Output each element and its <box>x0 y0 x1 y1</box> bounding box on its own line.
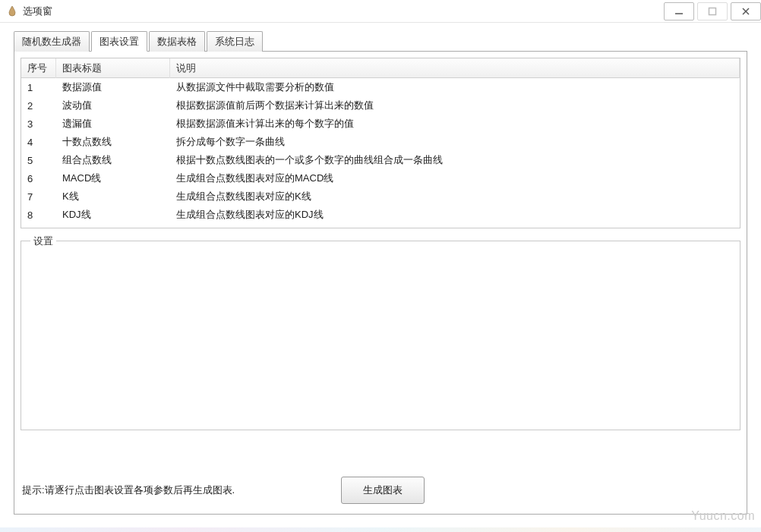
table-row[interactable]: 7 K线 生成组合点数线图表对应的K线 <box>21 187 740 206</box>
chart-list: 序号 图表标题 说明 1 数据源值 从数据源文件中截取需要分析的数值 2 波动值… <box>21 58 740 228</box>
cell-seq: 1 <box>21 80 56 95</box>
close-button[interactable] <box>731 2 761 20</box>
tab-system-log[interactable]: 系统日志 <box>207 31 263 52</box>
tab-label: 图表设置 <box>99 36 139 47</box>
titlebar-left: 选项窗 <box>6 5 52 18</box>
settings-groupbox: 设置 <box>21 241 740 430</box>
cell-seq: 2 <box>21 99 56 113</box>
cell-seq: 8 <box>21 208 56 222</box>
tab-chart-settings[interactable]: 图表设置 <box>91 31 147 52</box>
window-controls <box>661 2 761 20</box>
maximize-button <box>697 2 728 20</box>
tab-data-table[interactable]: 数据表格 <box>149 31 205 52</box>
footer-row: 提示:请逐行点击图表设置各项参数后再生成图表. 生成图表 <box>22 483 739 497</box>
cell-seq: 6 <box>21 172 56 186</box>
cell-desc: 生成组合点数线图表对应的KDJ线 <box>170 206 740 223</box>
groupbox-title: 设置 <box>30 235 56 248</box>
generate-chart-button[interactable]: 生成图表 <box>341 477 425 504</box>
header-seq[interactable]: 序号 <box>21 58 56 78</box>
cell-title: 遗漏值 <box>56 115 170 132</box>
app-icon <box>6 5 18 17</box>
header-title[interactable]: 图表标题 <box>56 58 170 78</box>
cell-desc: 根据十数点数线图表的一个或多个数字的曲线组合成一条曲线 <box>170 152 740 168</box>
tab-label: 随机数生成器 <box>22 36 81 47</box>
cell-desc: 根据数据源值来计算出来的每个数字的值 <box>170 115 740 132</box>
minimize-button[interactable] <box>664 2 694 20</box>
cell-title: 组合点数线 <box>56 152 170 168</box>
cell-seq: 5 <box>21 153 56 168</box>
tab-strip: 随机数生成器 图表设置 数据表格 系统日志 <box>14 30 747 52</box>
cell-desc: 生成组合点数线图表对应的MACD线 <box>170 170 740 187</box>
table-row[interactable]: 8 KDJ线 生成组合点数线图表对应的KDJ线 <box>21 206 740 224</box>
table-row[interactable]: 6 MACD线 生成组合点数线图表对应的MACD线 <box>21 169 740 187</box>
hint-text: 提示:请逐行点击图表设置各项参数后再生成图表. <box>22 483 235 497</box>
window-title: 选项窗 <box>23 5 52 18</box>
cell-title: KDJ线 <box>56 206 170 223</box>
tab-label: 数据表格 <box>157 36 197 47</box>
header-desc[interactable]: 说明 <box>170 58 740 78</box>
table-row[interactable]: 5 组合点数线 根据十数点数线图表的一个或多个数字的曲线组合成一条曲线 <box>21 151 740 169</box>
svg-rect-1 <box>709 8 716 14</box>
tab-random-generator[interactable]: 随机数生成器 <box>14 31 90 52</box>
cell-title: MACD线 <box>56 170 170 187</box>
cell-desc: 从数据源文件中截取需要分析的数值 <box>170 79 740 96</box>
cell-desc: 生成组合点数线图表对应的K线 <box>170 188 740 205</box>
cell-desc: 根据数据源值前后两个数据来计算出来的数值 <box>170 97 740 114</box>
cell-seq: 4 <box>21 135 56 150</box>
cell-seq: 3 <box>21 117 56 131</box>
table-row[interactable]: 3 遗漏值 根据数据源值来计算出来的每个数字的值 <box>21 115 740 133</box>
table-row[interactable]: 2 波动值 根据数据源值前后两个数据来计算出来的数值 <box>21 96 740 115</box>
table-row[interactable]: 1 数据源值 从数据源文件中截取需要分析的数值 <box>21 78 740 96</box>
cell-title: 数据源值 <box>56 79 170 96</box>
content-area: 随机数生成器 图表设置 数据表格 系统日志 序号 图表标题 说明 1 数据源值 … <box>0 23 761 524</box>
titlebar: 选项窗 <box>0 0 761 23</box>
cell-title: 波动值 <box>56 97 170 114</box>
cell-title: 十数点数线 <box>56 134 170 150</box>
table-row[interactable]: 4 十数点数线 拆分成每个数字一条曲线 <box>21 133 740 151</box>
list-header: 序号 图表标题 说明 <box>21 58 740 78</box>
desktop-edge <box>0 527 761 532</box>
cell-seq: 7 <box>21 190 56 204</box>
list-body: 1 数据源值 从数据源文件中截取需要分析的数值 2 波动值 根据数据源值前后两个… <box>21 78 740 224</box>
tab-panel-chart-settings: 序号 图表标题 说明 1 数据源值 从数据源文件中截取需要分析的数值 2 波动值… <box>14 52 747 515</box>
cell-title: K线 <box>56 188 170 205</box>
tab-label: 系统日志 <box>215 36 254 47</box>
cell-desc: 拆分成每个数字一条曲线 <box>170 134 740 150</box>
